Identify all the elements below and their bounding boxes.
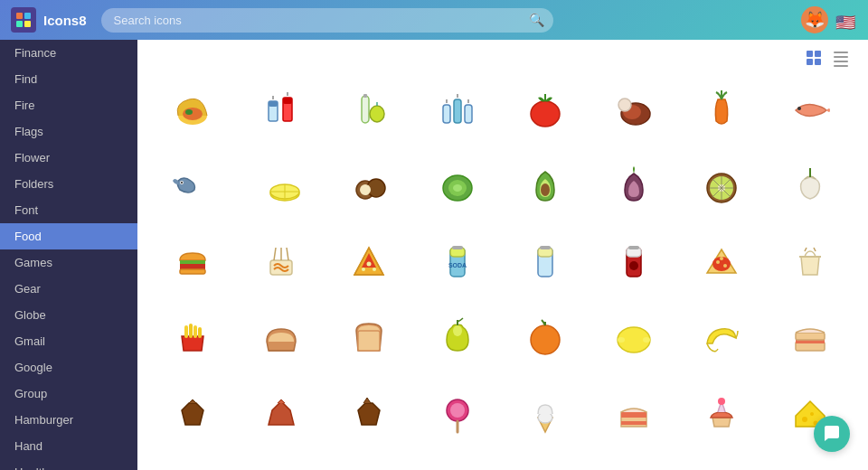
sidebar-item-games[interactable]: Games	[0, 249, 137, 276]
icon-fries[interactable]	[152, 302, 233, 374]
svg-rect-10	[834, 61, 848, 62]
svg-point-79	[723, 264, 727, 268]
sidebar-item-health[interactable]: Health	[0, 459, 137, 470]
toolbar	[152, 49, 854, 74]
svg-rect-25	[443, 105, 450, 123]
sidebar-item-gear[interactable]: Gear	[0, 276, 137, 302]
svg-point-14	[185, 109, 193, 115]
icon-bread-loaf[interactable]	[241, 302, 322, 374]
sidebar-item-hamburger[interactable]: Hamburger	[0, 407, 137, 433]
svg-rect-21	[362, 96, 369, 123]
icon-icecream-cone2[interactable]	[769, 454, 851, 470]
flag-icon[interactable]: 🇺🇸	[835, 13, 857, 27]
icon-lollipop[interactable]	[417, 378, 498, 450]
icon-toast[interactable]	[328, 302, 410, 374]
icon-garlic[interactable]	[769, 150, 851, 222]
svg-rect-72	[540, 246, 551, 249]
svg-point-47	[453, 184, 462, 192]
icon-pear[interactable]	[417, 302, 498, 374]
icon-salmon[interactable]	[769, 74, 851, 146]
icon-meat[interactable]	[593, 74, 675, 146]
icon-takeout[interactable]	[769, 226, 851, 298]
svg-rect-8	[834, 52, 848, 53]
icon-noodles[interactable]	[241, 226, 322, 298]
svg-point-80	[720, 257, 723, 260]
icon-pizza2[interactable]	[681, 226, 762, 298]
icon-cola[interactable]	[593, 226, 675, 298]
icon-pizza-slice[interactable]	[328, 226, 410, 298]
icon-popsicle6[interactable]	[593, 454, 675, 470]
chat-button[interactable]	[814, 416, 850, 452]
svg-point-65	[373, 268, 376, 271]
icon-choc3[interactable]	[328, 378, 410, 450]
sidebar-item-flower[interactable]: Flower	[0, 145, 137, 171]
svg-point-31	[531, 101, 560, 127]
icon-kiwi[interactable]	[681, 150, 762, 222]
icon-coconut[interactable]	[328, 150, 410, 222]
icon-carrot[interactable]	[681, 74, 762, 146]
svg-rect-7	[815, 59, 821, 65]
avatar[interactable]: 🦊	[801, 6, 828, 33]
svg-point-100	[450, 403, 465, 418]
icon-burrito[interactable]	[152, 74, 233, 146]
list-view-button[interactable]	[832, 49, 850, 67]
icon-lemon[interactable]	[593, 302, 675, 374]
icon-choc1[interactable]	[152, 378, 233, 450]
icon-icecream-cone[interactable]	[505, 378, 586, 450]
sidebar-item-fire[interactable]: Fire	[0, 92, 137, 118]
search-input[interactable]	[101, 8, 553, 33]
icon-popsicle4[interactable]	[417, 454, 498, 470]
sidebar-item-find[interactable]: Find	[0, 66, 137, 92]
svg-rect-9	[834, 56, 848, 58]
icon-popsicle3[interactable]	[328, 454, 410, 470]
sidebar-item-font[interactable]: Font	[0, 197, 137, 223]
icon-cup[interactable]	[681, 454, 762, 470]
icon-lemon-slice[interactable]	[241, 150, 322, 222]
icon-fish2[interactable]	[152, 150, 233, 222]
icon-onion[interactable]	[593, 150, 675, 222]
icon-cake-slice[interactable]	[593, 378, 675, 450]
icon-popsicle1[interactable]	[152, 454, 233, 470]
svg-point-64	[362, 268, 365, 271]
icon-soda1[interactable]: SODA	[417, 226, 498, 298]
sidebar-item-group[interactable]: Group	[0, 381, 137, 407]
logo-icon	[11, 7, 36, 33]
svg-point-89	[453, 325, 462, 336]
icon-popsicle5[interactable]	[505, 454, 586, 470]
icon-avocado[interactable]	[505, 150, 586, 222]
icon-cupcake[interactable]	[681, 378, 762, 450]
svg-rect-58	[180, 269, 205, 274]
grid-view-button[interactable]	[805, 49, 823, 67]
icon-drinks[interactable]	[241, 74, 322, 146]
svg-rect-75	[628, 246, 639, 249]
icon-banana[interactable]	[681, 302, 762, 374]
sidebar-item-google[interactable]: Google	[0, 354, 137, 381]
svg-point-37	[181, 182, 183, 183]
sidebar-item-food[interactable]: Food	[0, 223, 137, 249]
icon-bottle-apple[interactable]	[328, 74, 410, 146]
icon-soda2[interactable]	[505, 226, 586, 298]
icon-layer-cake[interactable]	[769, 302, 851, 374]
sidebar-item-flags[interactable]: Flags	[0, 118, 137, 145]
sidebar-item-hand[interactable]: Hand	[0, 433, 137, 459]
sidebar-item-gmail[interactable]: Gmail	[0, 328, 137, 354]
svg-point-63	[367, 262, 372, 267]
svg-point-35	[797, 107, 801, 110]
svg-point-95	[643, 337, 650, 343]
icon-beach-bottles[interactable]	[417, 74, 498, 146]
icon-tomato[interactable]	[505, 74, 586, 146]
sidebar-item-globe[interactable]: Globe	[0, 302, 137, 328]
icon-cabbage[interactable]	[417, 150, 498, 222]
icon-choc2[interactable]	[241, 378, 322, 450]
svg-rect-5	[815, 51, 821, 57]
sidebar-item-folders[interactable]: Folders	[0, 171, 137, 197]
icon-orange[interactable]	[505, 302, 586, 374]
svg-rect-2	[16, 21, 23, 27]
svg-point-91	[531, 325, 560, 354]
svg-line-82	[814, 248, 816, 251]
icon-popsicle2[interactable]	[241, 454, 322, 470]
search-icon[interactable]: 🔍	[529, 13, 544, 27]
icon-burger[interactable]	[152, 226, 233, 298]
svg-rect-16	[269, 101, 278, 107]
sidebar-item-finance[interactable]: Finance	[0, 40, 137, 66]
